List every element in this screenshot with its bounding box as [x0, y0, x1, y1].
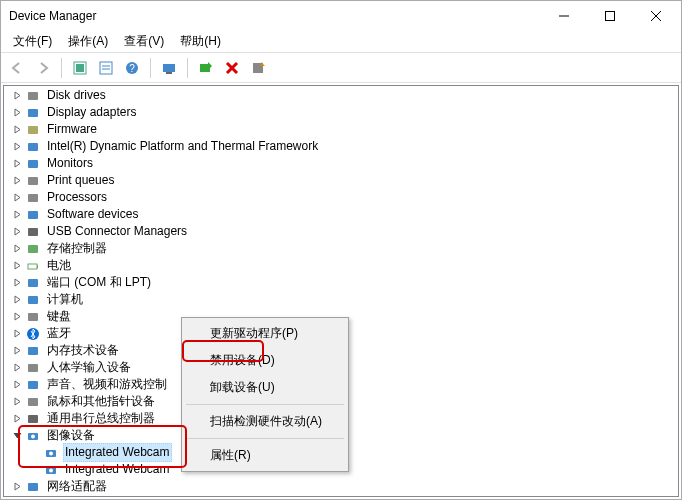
context-menu-item[interactable]: 卸载设备(U): [184, 374, 346, 401]
expander-icon[interactable]: [11, 243, 23, 255]
svg-rect-35: [28, 415, 38, 423]
expander-icon[interactable]: [11, 175, 23, 187]
show-hidden-button[interactable]: [68, 56, 92, 80]
printer-icon: [25, 173, 41, 189]
expander-icon[interactable]: [11, 481, 23, 493]
tree-node[interactable]: 系统设备: [5, 495, 677, 497]
menu-view[interactable]: 查看(V): [116, 31, 172, 52]
svg-rect-32: [28, 364, 38, 372]
expander-icon[interactable]: [29, 464, 41, 476]
tree-node-label: Disk drives: [45, 87, 108, 104]
expander-icon[interactable]: [11, 158, 23, 170]
context-menu: 更新驱动程序(P)禁用设备(D)卸载设备(U)扫描检测硬件改动(A)属性(R): [181, 317, 349, 472]
scan-hardware-button[interactable]: [157, 56, 181, 80]
tree-node[interactable]: Display adapters: [5, 104, 677, 121]
expander-icon[interactable]: [11, 90, 23, 102]
chip-icon: [25, 139, 41, 155]
svg-rect-22: [28, 211, 38, 219]
keyboard-icon: [25, 309, 41, 325]
expander-icon[interactable]: [11, 328, 23, 340]
mouse-icon: [25, 394, 41, 410]
tree-node-label: 鼠标和其他指针设备: [45, 393, 157, 410]
expander-icon[interactable]: [11, 124, 23, 136]
tree-node[interactable]: Intel(R) Dynamic Platform and Thermal Fr…: [5, 138, 677, 155]
tree-node[interactable]: 端口 (COM 和 LPT): [5, 274, 677, 291]
uninstall-device-button[interactable]: [220, 56, 244, 80]
back-button[interactable]: [5, 56, 29, 80]
svg-rect-6: [100, 62, 112, 74]
tree-node[interactable]: Monitors: [5, 155, 677, 172]
svg-rect-21: [28, 194, 38, 202]
menu-action[interactable]: 操作(A): [60, 31, 116, 52]
forward-button[interactable]: [31, 56, 55, 80]
svg-rect-1: [606, 12, 615, 21]
titlebar: Device Manager: [1, 1, 681, 31]
expander-icon[interactable]: [11, 209, 23, 221]
svg-point-39: [49, 451, 53, 455]
expander-icon[interactable]: [11, 362, 23, 374]
svg-rect-29: [28, 313, 38, 321]
disk-icon: [25, 88, 41, 104]
svg-rect-11: [163, 64, 175, 72]
tree-node[interactable]: USB Connector Managers: [5, 223, 677, 240]
bt-icon: [25, 326, 41, 342]
expander-icon[interactable]: [11, 141, 23, 153]
expander-icon[interactable]: [11, 226, 23, 238]
port-icon: [25, 275, 41, 291]
expander-icon[interactable]: [29, 447, 41, 459]
separator: [150, 58, 151, 78]
expander-icon[interactable]: [11, 260, 23, 272]
svg-rect-23: [28, 228, 38, 236]
svg-rect-34: [28, 398, 38, 406]
tree-node[interactable]: Software devices: [5, 206, 677, 223]
properties-button[interactable]: [94, 56, 118, 80]
context-menu-item[interactable]: 更新驱动程序(P): [184, 320, 346, 347]
storage-icon: [25, 241, 41, 257]
expander-icon[interactable]: [11, 430, 23, 442]
tree-node[interactable]: 电池: [5, 257, 677, 274]
help-button[interactable]: ?: [120, 56, 144, 80]
expander-icon[interactable]: [11, 413, 23, 425]
context-menu-item[interactable]: 禁用设备(D): [184, 347, 346, 374]
expander-icon[interactable]: [11, 107, 23, 119]
window-title: Device Manager: [9, 9, 541, 23]
svg-rect-12: [166, 72, 172, 74]
svg-point-37: [31, 434, 35, 438]
tree-node[interactable]: 存储控制器: [5, 240, 677, 257]
tree-node[interactable]: Firmware: [5, 121, 677, 138]
tree-node-label: 存储控制器: [45, 240, 109, 257]
menu-help[interactable]: 帮助(H): [172, 31, 229, 52]
disable-device-button[interactable]: [246, 56, 270, 80]
menu-file[interactable]: 文件(F): [5, 31, 60, 52]
expander-icon[interactable]: [11, 345, 23, 357]
net-icon: [25, 479, 41, 495]
minimize-button[interactable]: [541, 1, 587, 31]
firmware-icon: [25, 122, 41, 138]
expander-icon[interactable]: [11, 294, 23, 306]
maximize-button[interactable]: [587, 1, 633, 31]
menu-separator: [186, 438, 344, 439]
camera-icon: [25, 428, 41, 444]
usb-icon: [25, 411, 41, 427]
tree-node-label: 键盘: [45, 308, 73, 325]
expander-icon[interactable]: [11, 277, 23, 289]
expander-icon[interactable]: [11, 192, 23, 204]
update-driver-button[interactable]: [194, 56, 218, 80]
tree-node[interactable]: Print queues: [5, 172, 677, 189]
tree-node[interactable]: 网络适配器: [5, 478, 677, 495]
tree-node[interactable]: Processors: [5, 189, 677, 206]
expander-icon[interactable]: [11, 396, 23, 408]
tree-node-label: 内存技术设备: [45, 342, 121, 359]
svg-rect-27: [28, 279, 38, 287]
context-menu-item[interactable]: 扫描检测硬件改动(A): [184, 408, 346, 435]
tree-node[interactable]: 计算机: [5, 291, 677, 308]
close-button[interactable]: [633, 1, 679, 31]
computer-icon: [25, 292, 41, 308]
tree-node[interactable]: Disk drives: [5, 87, 677, 104]
menu-separator: [186, 404, 344, 405]
tree-node-label: USB Connector Managers: [45, 223, 189, 240]
context-menu-item[interactable]: 属性(R): [184, 442, 346, 469]
webcam-icon: [43, 462, 59, 478]
expander-icon[interactable]: [11, 379, 23, 391]
expander-icon[interactable]: [11, 311, 23, 323]
